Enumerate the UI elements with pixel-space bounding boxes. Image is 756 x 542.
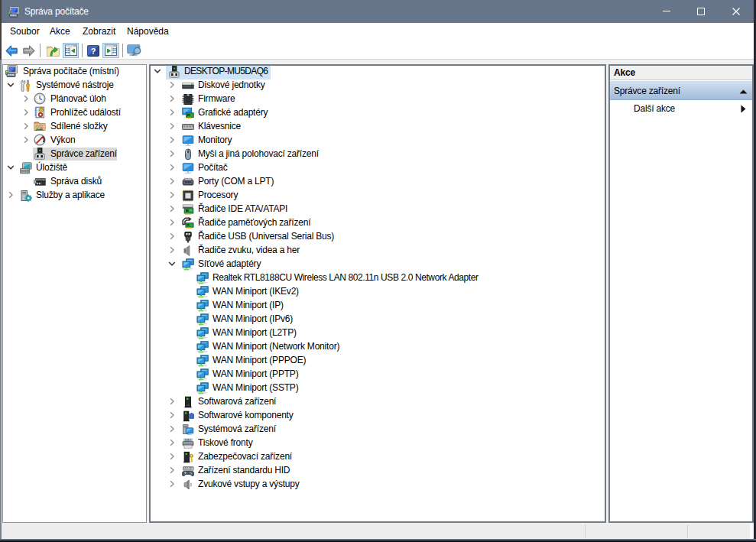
svg-text:?: ? <box>91 47 96 56</box>
